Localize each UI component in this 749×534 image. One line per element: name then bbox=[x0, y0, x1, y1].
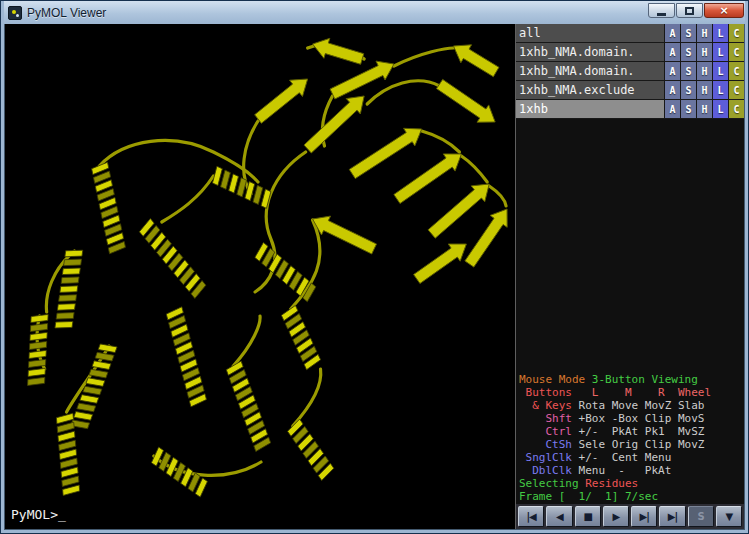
object-h-menu-button[interactable]: H bbox=[696, 24, 712, 42]
rewind-button[interactable]: |◀ bbox=[518, 506, 544, 527]
object-name[interactable]: all bbox=[516, 24, 664, 42]
panel-spacer bbox=[516, 119, 744, 371]
command-prompt[interactable]: PyMOL>_ bbox=[11, 507, 66, 522]
shft-line: Shft +Box -Box Clip MovS bbox=[519, 412, 744, 425]
snglclk-line: SnglClk +/- Cent Menu bbox=[519, 451, 744, 464]
object-name[interactable]: 1xhb_NMA.exclude bbox=[516, 81, 664, 99]
object-a-menu-button[interactable]: A bbox=[664, 24, 680, 42]
minimize-button[interactable] bbox=[648, 3, 675, 18]
object-h-menu-button[interactable]: H bbox=[696, 100, 712, 118]
reverse-button[interactable]: ◀ bbox=[546, 506, 572, 527]
keys-line: & Keys Rota Move MovZ Slab bbox=[519, 399, 744, 412]
dblclk-line: DblClk Menu - PkAt bbox=[519, 464, 744, 477]
window-title: PyMOL Viewer bbox=[27, 6, 106, 20]
object-s-menu-button[interactable]: S bbox=[680, 43, 696, 61]
close-icon: × bbox=[719, 4, 728, 17]
end-button[interactable]: ▶| bbox=[659, 506, 685, 527]
object-l-menu-button[interactable]: L bbox=[712, 43, 728, 61]
maximize-icon bbox=[685, 7, 694, 15]
title-bar[interactable]: PyMOL Viewer bbox=[4, 1, 745, 24]
object-row[interactable]: 1xhb_NMA.domain.ASHLC bbox=[516, 43, 744, 62]
buttons-line: Buttons L M R Wheel bbox=[519, 386, 744, 399]
mouse-panel: Mouse Mode 3-Button Viewing Buttons L M … bbox=[516, 371, 744, 504]
object-c-menu-button[interactable]: C bbox=[728, 100, 744, 118]
object-s-menu-button[interactable]: S bbox=[680, 62, 696, 80]
object-row[interactable]: allASHLC bbox=[516, 24, 744, 43]
object-h-menu-button[interactable]: H bbox=[696, 43, 712, 61]
object-name[interactable]: 1xhb bbox=[516, 100, 664, 118]
maximize-button[interactable] bbox=[676, 3, 703, 18]
object-a-menu-button[interactable]: A bbox=[664, 62, 680, 80]
selecting-line[interactable]: Selecting Residues bbox=[519, 477, 744, 490]
ctsh-line: CtSh Sele Orig Clip MovZ bbox=[519, 438, 744, 451]
panel-collapse-button[interactable]: ▼ bbox=[716, 506, 742, 527]
object-h-menu-button[interactable]: H bbox=[696, 81, 712, 99]
window-content: PyMOL>_ allASHLC1xhb_NMA.domain.ASHLC1xh… bbox=[4, 24, 745, 530]
scene-button[interactable]: S bbox=[688, 506, 714, 527]
pymol-app-icon[interactable] bbox=[8, 6, 22, 20]
ctrl-line: Ctrl +/- PkAt Pk1 MvSZ bbox=[519, 425, 744, 438]
minimize-icon bbox=[657, 13, 666, 16]
object-s-menu-button[interactable]: S bbox=[680, 81, 696, 99]
object-l-menu-button[interactable]: L bbox=[712, 62, 728, 80]
object-a-menu-button[interactable]: A bbox=[664, 100, 680, 118]
object-l-menu-button[interactable]: L bbox=[712, 100, 728, 118]
playback-bar: |◀◀■▶▶|▶|S▼ bbox=[516, 504, 744, 529]
close-button[interactable]: × bbox=[704, 3, 744, 18]
object-row[interactable]: 1xhb_NMA.domain.ASHLC bbox=[516, 62, 744, 81]
pymol-window: PyMOL Viewer × PyMOL>_ allASHLC1xhb_NMA.… bbox=[0, 0, 749, 534]
protein-structure bbox=[5, 24, 515, 529]
forward-button[interactable]: ▶| bbox=[631, 506, 657, 527]
object-c-menu-button[interactable]: C bbox=[728, 24, 744, 42]
object-c-menu-button[interactable]: C bbox=[728, 43, 744, 61]
object-l-menu-button[interactable]: L bbox=[712, 24, 728, 42]
object-c-menu-button[interactable]: C bbox=[728, 81, 744, 99]
object-s-menu-button[interactable]: S bbox=[680, 24, 696, 42]
stop-button[interactable]: ■ bbox=[575, 506, 601, 527]
side-panel: allASHLC1xhb_NMA.domain.ASHLC1xhb_NMA.do… bbox=[515, 24, 744, 529]
mouse-mode-line[interactable]: Mouse Mode 3-Button Viewing bbox=[519, 373, 744, 386]
frame-line: Frame [ 1/ 1] 7/sec bbox=[519, 490, 744, 503]
object-s-menu-button[interactable]: S bbox=[680, 100, 696, 118]
object-c-menu-button[interactable]: C bbox=[728, 62, 744, 80]
object-name[interactable]: 1xhb_NMA.domain. bbox=[516, 62, 664, 80]
object-a-menu-button[interactable]: A bbox=[664, 81, 680, 99]
object-l-menu-button[interactable]: L bbox=[712, 81, 728, 99]
object-row[interactable]: 1xhbASHLC bbox=[516, 100, 744, 119]
object-h-menu-button[interactable]: H bbox=[696, 62, 712, 80]
object-panel: allASHLC1xhb_NMA.domain.ASHLC1xhb_NMA.do… bbox=[516, 24, 744, 119]
object-name[interactable]: 1xhb_NMA.domain. bbox=[516, 43, 664, 61]
viewport-3d[interactable]: PyMOL>_ bbox=[5, 24, 515, 529]
object-a-menu-button[interactable]: A bbox=[664, 43, 680, 61]
play-button[interactable]: ▶ bbox=[603, 506, 629, 527]
object-row[interactable]: 1xhb_NMA.excludeASHLC bbox=[516, 81, 744, 100]
window-controls: × bbox=[648, 3, 744, 18]
